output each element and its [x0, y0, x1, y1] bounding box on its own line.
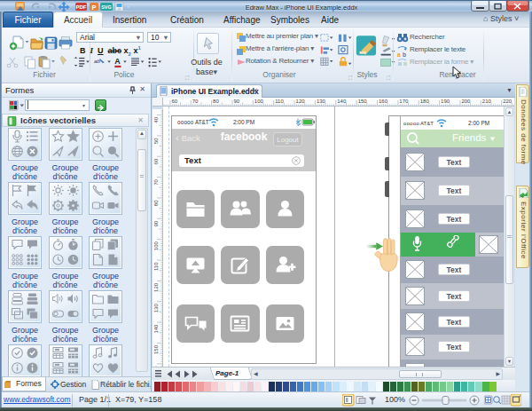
svg-text:40: 40: [153, 116, 159, 123]
svg-text:90: 90: [153, 220, 159, 226]
svg-text:130: 130: [317, 99, 326, 104]
svg-text:190: 190: [441, 99, 450, 104]
svg-text:80: 80: [213, 99, 219, 104]
svg-text:ooooo: ooooo: [403, 121, 420, 126]
svg-text:120: 120: [296, 99, 306, 104]
svg-text:120: 120: [153, 282, 159, 292]
svg-text:180: 180: [420, 99, 430, 104]
svg-text:2:00 PM: 2:00 PM: [233, 119, 254, 125]
svg-text:150: 150: [358, 99, 368, 104]
svg-text:160: 160: [379, 99, 388, 104]
svg-text:80: 80: [153, 200, 159, 206]
svg-text:100: 100: [254, 99, 264, 104]
svg-text:AT&T: AT&T: [420, 121, 434, 126]
svg-text:70: 70: [153, 178, 159, 185]
svg-text:140: 140: [153, 324, 159, 334]
svg-text:150: 150: [153, 344, 159, 354]
svg-text:130: 130: [153, 304, 159, 313]
svg-text:SVG: SVG: [101, 4, 112, 10]
svg-text:140: 140: [337, 99, 347, 104]
svg-text:220: 220: [503, 99, 512, 104]
svg-text:2:00 PM: 2:00 PM: [468, 120, 489, 126]
svg-text:100: 100: [153, 241, 159, 251]
svg-text:60: 60: [153, 158, 159, 164]
svg-text:P: P: [91, 4, 96, 12]
svg-text:b: b: [403, 51, 406, 58]
svg-text:110: 110: [275, 99, 284, 104]
svg-text:PDF: PDF: [76, 4, 87, 10]
svg-text:210: 210: [482, 99, 492, 104]
svg-text:AT&T: AT&T: [195, 119, 209, 125]
svg-text:70: 70: [192, 99, 199, 104]
svg-text:ooooo: ooooo: [177, 119, 194, 125]
svg-text:a: a: [397, 51, 401, 58]
svg-text:A: A: [114, 57, 121, 66]
svg-text:110: 110: [153, 262, 159, 271]
svg-text:90: 90: [233, 99, 239, 104]
svg-text:50: 50: [153, 138, 159, 144]
svg-text:200: 200: [461, 99, 471, 104]
svg-text:60: 60: [171, 99, 177, 104]
svg-text:170: 170: [399, 99, 409, 104]
